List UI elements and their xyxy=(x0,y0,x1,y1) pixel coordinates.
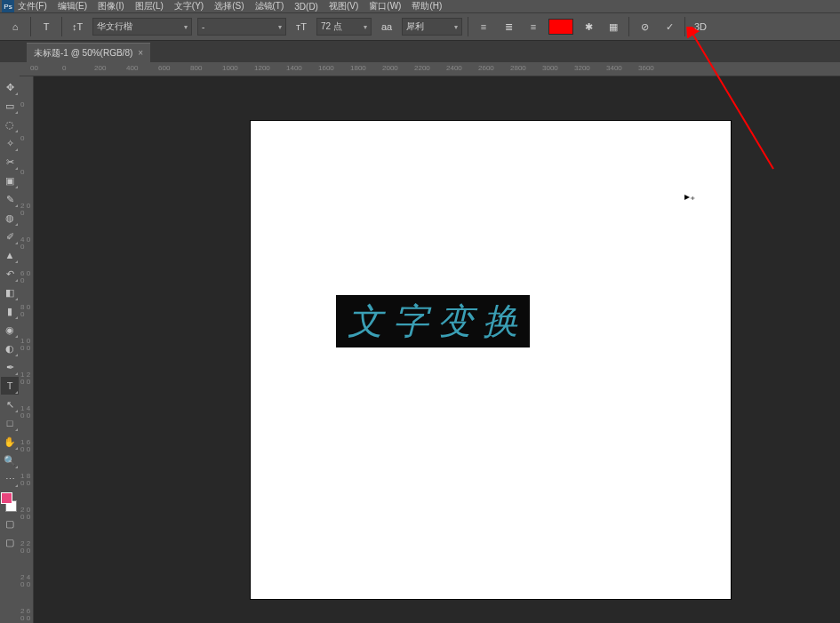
ruler-top: 0002004006008001000120014001600180020002… xyxy=(20,62,840,76)
screenmode-tool[interactable]: ▢ xyxy=(1,533,19,551)
ruler-tick: 1 8 0 0 xyxy=(20,473,33,487)
eraser-tool[interactable]: ◧ xyxy=(1,284,19,301)
ruler-left: 00002 0 04 0 06 0 08 0 01 0 0 01 2 0 01 … xyxy=(20,76,34,623)
ruler-tick: 1600 xyxy=(318,64,334,72)
pen-tool[interactable]: ✒ xyxy=(1,358,19,376)
font-style-value: - xyxy=(202,22,204,32)
ruler-tick: 200 xyxy=(94,64,106,72)
stamp-tool[interactable]: ▲ xyxy=(1,246,19,264)
font-style-select[interactable]: - ▾ xyxy=(197,18,286,36)
ruler-tick: 0 xyxy=(20,101,33,108)
workspace: ✥▭◌✧✂▣✎◍✐▲↶◧▮◉◐✒T↖□✋🔍⋯▢▢ 00002 0 04 0 06… xyxy=(0,76,840,623)
ruler-tick: 1 6 0 0 xyxy=(20,439,33,453)
ruler-tick: 2800 xyxy=(510,64,526,72)
ruler-tick: 600 xyxy=(158,64,170,72)
ruler-tick: 2600 xyxy=(478,64,494,72)
eyedropper-tool[interactable]: ✎ xyxy=(1,190,19,208)
ruler-tick: 800 xyxy=(190,64,202,72)
text-layer[interactable]: 文 字 变 换 xyxy=(336,295,530,347)
text-orientation-toggle[interactable]: ↕T xyxy=(68,17,87,36)
foreground-color[interactable] xyxy=(1,492,12,504)
move-tool[interactable]: ✥ xyxy=(1,78,19,96)
type-tool[interactable]: T xyxy=(1,377,19,395)
dodge-tool[interactable]: ◐ xyxy=(1,339,19,357)
align-center-icon[interactable]: ≣ xyxy=(499,17,518,36)
blur-tool[interactable]: ◉ xyxy=(1,321,19,339)
shape-tool[interactable]: □ xyxy=(1,414,19,432)
ruler-tick: 2200 xyxy=(414,64,430,72)
menu-select[interactable]: 选择(S) xyxy=(212,0,245,12)
font-size-icon: тT xyxy=(292,17,311,36)
ruler-tick: 1 4 0 0 xyxy=(20,405,33,419)
ruler-tick: 1 0 0 0 xyxy=(20,338,33,352)
menu-window[interactable]: 窗口(W) xyxy=(367,0,403,12)
ruler-tick: 1200 xyxy=(254,64,270,72)
ruler-tick: 2000 xyxy=(382,64,398,72)
ruler-tick: 00 xyxy=(30,64,38,72)
toolbox: ✥▭◌✧✂▣✎◍✐▲↶◧▮◉◐✒T↖□✋🔍⋯▢▢ xyxy=(0,76,20,623)
ruler-tick: 2400 xyxy=(446,64,462,72)
threed-icon[interactable]: 3D xyxy=(691,17,710,36)
menu-type[interactable]: 文字(Y) xyxy=(172,0,205,12)
lasso-tool[interactable]: ◌ xyxy=(1,116,19,133)
warp-text-icon[interactable]: ✱ xyxy=(579,17,598,36)
canvas[interactable]: 文 字 变 换 xyxy=(251,121,731,599)
align-right-icon[interactable]: ≡ xyxy=(524,17,543,36)
menu-edit[interactable]: 编辑(E) xyxy=(56,0,89,12)
ruler-tick: 3400 xyxy=(606,64,622,72)
menu-help[interactable]: 帮助(H) xyxy=(410,0,444,12)
text-char: 字 xyxy=(393,297,428,346)
brush-tool[interactable]: ✐ xyxy=(1,228,19,245)
canvas-area[interactable]: 文 字 变 换 ▸₊ xyxy=(34,76,840,623)
character-panel-icon[interactable]: ▦ xyxy=(604,17,623,36)
app-icon: Ps xyxy=(2,0,14,12)
commit-icon[interactable]: ✓ xyxy=(660,17,679,36)
ruler-tick: 1 2 0 0 xyxy=(20,371,33,386)
magic-wand-tool[interactable]: ✧ xyxy=(1,134,19,152)
menu-file[interactable]: 文件(F) xyxy=(16,0,49,12)
ruler-tick: 0 xyxy=(20,169,33,176)
font-family-value: 华文行楷 xyxy=(97,20,132,33)
close-icon[interactable]: × xyxy=(138,48,143,58)
gradient-tool[interactable]: ▮ xyxy=(1,302,19,320)
document-tab[interactable]: 未标题-1 @ 50%(RGB/8) × xyxy=(27,43,150,62)
ruler-tick: 6 0 0 xyxy=(20,270,33,284)
ruler-tick: 1000 xyxy=(222,64,238,72)
ruler-tick: 4 0 0 xyxy=(20,236,33,251)
quickmask-tool[interactable]: ▢ xyxy=(1,515,19,532)
antialiasing-select[interactable]: 犀利 ▾ xyxy=(402,18,462,36)
menu-image[interactable]: 图像(I) xyxy=(96,0,125,12)
healing-tool[interactable]: ◍ xyxy=(1,209,19,227)
ruler-tick: 2 0 0 xyxy=(20,203,33,217)
cancel-icon[interactable]: ⊘ xyxy=(635,17,654,36)
antialiasing-label: aa xyxy=(377,17,396,36)
menu-filter[interactable]: 滤镜(T) xyxy=(253,0,286,12)
antialiasing-value: 犀利 xyxy=(406,20,424,33)
hand-tool[interactable]: ✋ xyxy=(1,433,19,451)
zoom-tool[interactable]: 🔍 xyxy=(1,451,19,469)
text-char: 变 xyxy=(437,297,473,346)
ruler-tick: 1400 xyxy=(286,64,302,72)
more-tool[interactable]: ⋯ xyxy=(1,470,19,488)
font-family-select[interactable]: 华文行楷 ▾ xyxy=(92,18,192,36)
font-size-value: 72 点 xyxy=(321,20,342,33)
text-char: 换 xyxy=(483,297,518,346)
ruler-tick: 0 xyxy=(62,64,66,72)
path-select-tool[interactable]: ↖ xyxy=(1,395,19,413)
color-swatch-tool[interactable] xyxy=(1,492,19,514)
home-icon[interactable]: ⌂ xyxy=(5,17,25,36)
history-brush-tool[interactable]: ↶ xyxy=(1,265,19,283)
menu-view[interactable]: 视图(V) xyxy=(327,0,360,12)
frame-tool[interactable]: ▣ xyxy=(1,172,19,189)
ruler-tick: 400 xyxy=(126,64,138,72)
menu-layer[interactable]: 图层(L) xyxy=(133,0,165,12)
align-left-icon[interactable]: ≡ xyxy=(474,17,493,36)
marquee-tool[interactable]: ▭ xyxy=(1,97,19,115)
tab-bar: 未标题-1 @ 50%(RGB/8) × xyxy=(0,41,840,62)
ruler-tick: 2 0 0 0 xyxy=(20,507,33,521)
font-size-select[interactable]: 72 点 ▾ xyxy=(316,18,372,36)
crop-tool[interactable]: ✂ xyxy=(1,153,19,171)
menu-3d[interactable]: 3D(D) xyxy=(292,2,320,12)
text-color-swatch[interactable] xyxy=(548,19,573,35)
ruler-tick: 0 xyxy=(20,135,33,142)
